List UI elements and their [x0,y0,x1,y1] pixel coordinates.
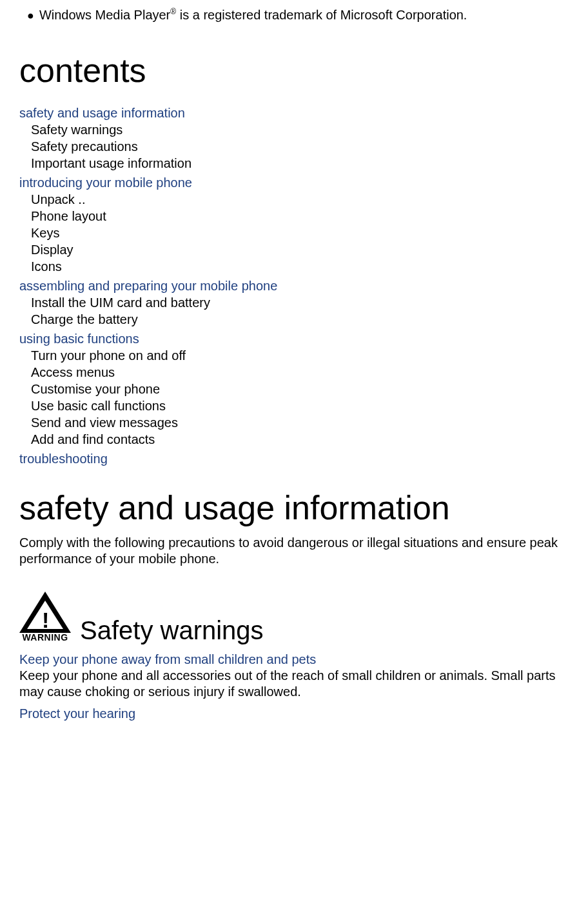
safety-intro-paragraph: Comply with the following precautions to… [19,535,569,567]
toc-section-title[interactable]: safety and usage information [19,105,569,121]
toc-item[interactable]: Send and view messages [31,414,569,431]
trademark-line: ● Windows Media Player® is a registered … [27,6,569,23]
toc-item[interactable]: Display [31,241,569,258]
toc-item[interactable]: Add and find contacts [31,431,569,448]
toc-item[interactable]: Important usage information [31,155,569,172]
contents-heading: contents [19,49,569,93]
toc-item[interactable]: Safety precautions [31,138,569,155]
subhead-protect-hearing: Protect your hearing [19,705,569,722]
toc-item[interactable]: Charge the battery [31,311,569,328]
toc-section-title[interactable]: introducing your mobile phone [19,174,569,191]
toc-section-title[interactable]: troubleshooting [19,450,569,467]
registered-sup: ® [170,7,176,16]
toc-item[interactable]: Safety warnings [31,121,569,138]
toc-item[interactable]: Icons [31,258,569,275]
toc-item[interactable]: Unpack .. [31,191,569,208]
bullet-icon: ● [27,8,34,23]
toc-item[interactable]: Customise your phone [31,381,569,397]
toc-section-title[interactable]: using basic functions [19,330,569,347]
subtext-keep-away: Keep your phone and all accessories out … [19,668,569,700]
trademark-text: Windows Media Player® is a registered tr… [39,6,467,23]
subhead-keep-away: Keep your phone away from small children… [19,651,569,668]
warning-icon: ! WARNING [19,592,71,643]
trademark-suffix: is a registered trademark of Microsoft C… [176,8,467,22]
toc-item[interactable]: Install the UIM card and battery [31,294,569,311]
toc-item[interactable]: Access menus [31,364,569,381]
trademark-prefix: Windows Media Player [39,8,170,22]
safety-warnings-title: Safety warnings [76,617,264,643]
toc-item[interactable]: Phone layout [31,208,569,225]
safety-heading: safety and usage information [19,490,569,526]
toc-item[interactable]: Use basic call functions [31,397,569,414]
safety-warnings-heading-row: ! WARNING Safety warnings [19,592,569,643]
toc-item[interactable]: Keys [31,225,569,241]
toc-section-title[interactable]: assembling and preparing your mobile pho… [19,277,569,294]
toc-item[interactable]: Turn your phone on and off [31,347,569,364]
